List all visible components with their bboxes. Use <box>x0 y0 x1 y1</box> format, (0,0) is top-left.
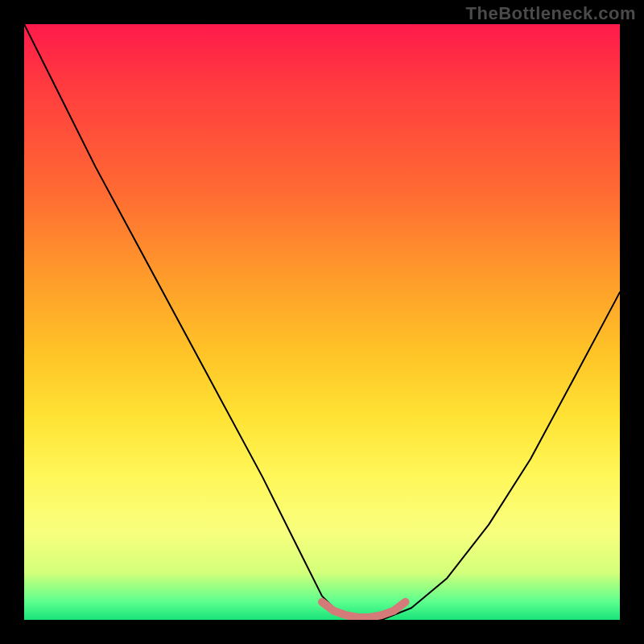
plot-area <box>24 24 620 620</box>
bottleneck-curve-line <box>24 24 620 620</box>
chart-frame: TheBottleneck.com <box>0 0 644 644</box>
chart-svg <box>24 24 620 620</box>
watermark-text: TheBottleneck.com <box>466 3 636 24</box>
optimum-band-line <box>322 602 406 617</box>
